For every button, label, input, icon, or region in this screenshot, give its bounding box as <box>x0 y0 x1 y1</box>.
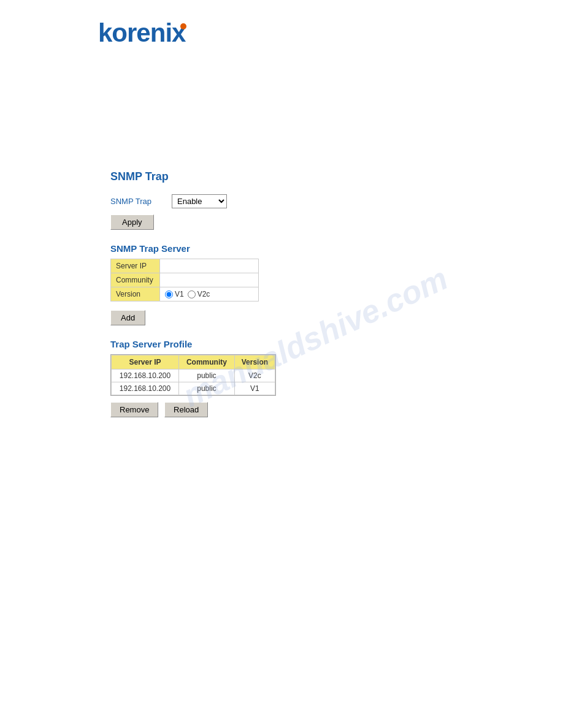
community-row: Community <box>111 273 258 287</box>
apply-button[interactable]: Apply <box>110 214 154 230</box>
page-container: korenix SNMP Trap SNMP Trap Enable Disab… <box>0 0 563 728</box>
version-v2c-text: V2c <box>197 290 210 298</box>
version-v1-text: V1 <box>175 290 184 298</box>
table-header-row: Server IP Community Version <box>112 355 275 370</box>
table-cell-community: public <box>178 382 234 395</box>
snmp-trap-select[interactable]: Enable Disable <box>172 194 227 208</box>
version-label: Version <box>111 287 160 301</box>
trap-server-profile-table-container[interactable]: Server IP Community Version 192.168.10.2… <box>110 354 276 396</box>
trap-server-profile-title: Trap Server Profile <box>110 339 563 349</box>
action-buttons: Remove Reload <box>110 402 563 417</box>
trap-server-title: SNMP Trap Server <box>110 243 563 254</box>
col-community: Community <box>178 355 234 370</box>
table-cell-version: V2c <box>234 370 275 382</box>
version-v1-label[interactable]: V1 <box>165 290 184 298</box>
logo: korenix <box>98 18 185 48</box>
reload-button[interactable]: Reload <box>164 402 208 417</box>
table-cell-version: V1 <box>234 382 275 395</box>
col-version: Version <box>234 355 275 370</box>
main-content: SNMP Trap SNMP Trap Enable Disable Apply… <box>0 60 563 417</box>
version-v2c-radio[interactable] <box>188 290 196 298</box>
logo-dot <box>180 23 186 29</box>
remove-button[interactable]: Remove <box>110 402 158 417</box>
server-ip-row: Server IP <box>111 259 258 273</box>
snmp-trap-label: SNMP Trap <box>110 197 166 206</box>
version-v2c-label[interactable]: V2c <box>188 290 210 298</box>
version-v1-radio[interactable] <box>165 290 173 298</box>
snmp-trap-row: SNMP Trap Enable Disable <box>110 194 563 208</box>
table-cell-server_ip: 192.168.10.200 <box>112 382 179 395</box>
table-row[interactable]: 192.168.10.200publicV2c <box>112 370 275 382</box>
version-options: V1 V2c <box>160 287 215 301</box>
page-title: SNMP Trap <box>110 170 563 183</box>
version-row: Version V1 V2c <box>111 287 258 301</box>
table-cell-community: public <box>178 370 234 382</box>
apply-button-wrapper: Apply <box>110 214 563 243</box>
col-server-ip: Server IP <box>112 355 179 370</box>
community-input[interactable] <box>160 274 258 286</box>
logo-area: korenix <box>0 0 563 60</box>
add-button[interactable]: Add <box>110 310 145 325</box>
server-form: Server IP Community Version V1 V <box>110 259 259 301</box>
table-cell-server_ip: 192.168.10.200 <box>112 370 179 382</box>
community-label: Community <box>111 273 160 287</box>
trap-server-profile-table: Server IP Community Version 192.168.10.2… <box>111 355 275 395</box>
server-ip-input[interactable] <box>160 260 258 272</box>
server-ip-label: Server IP <box>111 259 160 273</box>
table-row[interactable]: 192.168.10.200publicV1 <box>112 382 275 395</box>
